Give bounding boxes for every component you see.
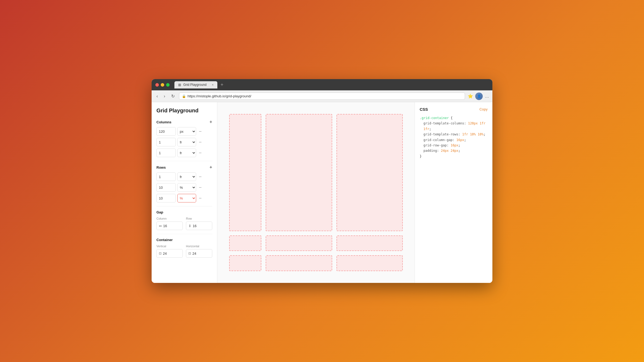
container-vertical-value: 24: [163, 252, 167, 256]
gap-row: Column ⇔ 16 Row ⇕ 16: [156, 217, 212, 230]
grid-cell-8: [336, 255, 403, 271]
rows-label: Rows: [156, 165, 166, 169]
container-label: Container: [156, 238, 173, 242]
container-horizontal-input[interactable]: ⊡ 24: [186, 249, 212, 258]
url-bar[interactable]: 🔒 https://mistople.github.io/grid-playgr…: [179, 93, 465, 100]
container-vertical-input[interactable]: ⊡ 24: [156, 249, 183, 258]
css-selector-text: .grid-container: [420, 116, 449, 120]
app-content: Grid Playground Columns + px fr % − px: [152, 102, 492, 283]
copy-css-button[interactable]: Copy: [480, 107, 488, 111]
css-prop-name-col-gap: grid-column-gap:: [423, 138, 456, 142]
refresh-button[interactable]: ↻: [170, 93, 176, 100]
remove-row-0-button[interactable]: −: [198, 174, 203, 180]
column-gap-icon: ⇔: [159, 224, 162, 228]
minimize-dot[interactable]: [161, 83, 164, 87]
css-prop-columns: grid-template-columns: 120px 1fr 1fr;: [420, 121, 488, 132]
add-row-button[interactable]: +: [209, 165, 212, 170]
css-prop-rows: grid-template-rows: 1fr 10% 10%;: [420, 132, 488, 137]
column-0-value[interactable]: [156, 127, 176, 136]
css-prop-value-col-gap: 16px: [456, 138, 464, 142]
css-prop-semicolon-row-gap: ;: [458, 143, 460, 147]
column-2-unit[interactable]: px fr %: [177, 149, 196, 157]
traffic-lights: [155, 83, 170, 87]
css-prop-padding: padding: 24px 24px;: [420, 148, 488, 153]
row-0-unit[interactable]: px fr %: [177, 172, 196, 181]
container-vertical-label: Vertical: [156, 245, 183, 248]
grid-cell-0: [229, 114, 261, 231]
back-button[interactable]: ‹: [155, 93, 159, 100]
grid-cell-7: [266, 255, 332, 271]
grid-cell-1: [266, 114, 332, 231]
css-selector-line: .grid-container {: [420, 115, 488, 121]
remove-column-0-button[interactable]: −: [198, 129, 203, 134]
tab-close-button[interactable]: ×: [212, 83, 214, 86]
avatar: 👤: [475, 93, 483, 100]
new-tab-button[interactable]: +: [221, 82, 224, 88]
container-vertical-group: Vertical ⊡ 24: [156, 245, 183, 258]
css-prop-row-gap: grid-row-gap: 16px;: [420, 143, 488, 148]
tab-icon: ⊞: [178, 83, 181, 87]
css-prop-name-columns: grid-template-columns:: [423, 121, 468, 125]
container-horizontal-group: Horizontal ⊡ 24: [186, 245, 212, 258]
gap-column-value: 16: [163, 224, 167, 228]
rows-section-header: Rows +: [156, 165, 212, 170]
row-0-value[interactable]: [156, 172, 176, 181]
column-row-1: px fr % −: [156, 138, 212, 146]
css-prop-name-row-gap: grid-row-gap:: [423, 143, 451, 147]
row-row-2: px fr % −: [156, 194, 212, 202]
css-prop-value-rows: 1fr 10% 10%: [462, 132, 484, 136]
column-row-0: px fr % −: [156, 127, 212, 136]
row-2-unit[interactable]: px fr %: [177, 194, 196, 202]
css-prop-col-gap: grid-column-gap: 16px;: [420, 137, 488, 143]
css-prop-semicolon-col-gap: ;: [464, 138, 466, 142]
column-0-unit[interactable]: px fr %: [177, 127, 196, 136]
row-1-value[interactable]: [156, 183, 176, 192]
container-row: Vertical ⊡ 24 Horizontal ⊡ 24: [156, 245, 212, 258]
css-prop-semicolon-rows: ;: [484, 132, 485, 136]
css-panel-title: CSS: [420, 107, 428, 112]
gap-row-input[interactable]: ⇕ 16: [186, 221, 212, 230]
close-dot[interactable]: [155, 83, 159, 87]
remove-row-2-button[interactable]: −: [198, 195, 203, 201]
remove-column-1-button[interactable]: −: [198, 139, 203, 145]
extensions-button[interactable]: ⭐: [468, 93, 473, 100]
css-code-block: .grid-container { grid-template-columns:…: [420, 115, 488, 159]
css-open-brace: {: [451, 116, 453, 120]
remove-column-2-button[interactable]: −: [198, 150, 203, 156]
css-prop-semicolon-columns: ;: [429, 127, 431, 131]
css-prop-name-rows: grid-template-rows:: [423, 132, 462, 136]
gap-column-label: Column: [156, 217, 183, 220]
active-tab[interactable]: ⊞ Grid Playground ×: [174, 81, 217, 88]
maximize-dot[interactable]: [166, 83, 170, 87]
css-prop-value-padding: 24px 24px: [441, 149, 458, 153]
forward-button[interactable]: ›: [162, 93, 167, 100]
remove-row-1-button[interactable]: −: [198, 185, 203, 190]
gap-row-value: 16: [193, 224, 196, 228]
grid-container: [223, 108, 409, 278]
css-panel-header: CSS Copy: [420, 107, 488, 112]
column-1-value[interactable]: [156, 138, 176, 146]
column-2-value[interactable]: [156, 149, 176, 157]
row-1-unit[interactable]: px fr %: [177, 183, 196, 192]
row-2-value[interactable]: [156, 194, 176, 202]
row-row-1: px fr % −: [156, 183, 212, 192]
column-row-2: px fr % −: [156, 149, 212, 157]
container-section-header: Container: [156, 238, 212, 242]
address-actions: ⭐ 👤 …: [468, 93, 489, 100]
grid-cell-2: [336, 114, 403, 231]
columns-label: Columns: [156, 120, 171, 124]
gap-row-group: Row ⇕ 16: [186, 217, 212, 230]
gap-column-input[interactable]: ⇔ 16: [156, 221, 183, 230]
add-column-button[interactable]: +: [209, 120, 212, 124]
css-prop-value-row-gap: 16px: [451, 143, 458, 147]
column-1-unit[interactable]: px fr %: [177, 138, 196, 146]
more-button[interactable]: …: [485, 93, 489, 100]
vertical-padding-icon: ⊡: [159, 252, 162, 255]
columns-section-header: Columns +: [156, 120, 212, 124]
grid-cell-3: [229, 235, 261, 251]
css-close-brace: }: [420, 154, 422, 158]
css-prop-name-padding: padding:: [423, 149, 441, 153]
tab-title: Grid Playground: [183, 83, 207, 87]
grid-cell-5: [336, 235, 403, 251]
container-horizontal-value: 24: [192, 252, 196, 256]
